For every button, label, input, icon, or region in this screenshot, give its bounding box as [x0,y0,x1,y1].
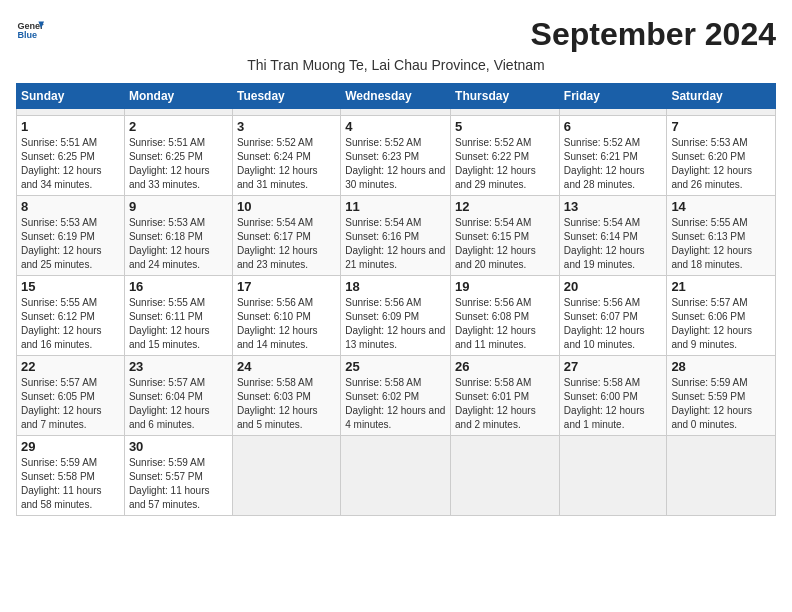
day-cell-1: 1Sunrise: 5:51 AMSunset: 6:25 PMDaylight… [17,116,125,196]
day-cell-14: 14Sunrise: 5:55 AMSunset: 6:13 PMDayligh… [667,196,776,276]
column-header-wednesday: Wednesday [341,84,451,109]
day-number: 16 [129,279,228,294]
day-cell-27: 27Sunrise: 5:58 AMSunset: 6:00 PMDayligh… [559,356,667,436]
day-info: Sunrise: 5:58 AMSunset: 6:01 PMDaylight:… [455,376,555,432]
day-number: 29 [21,439,120,454]
day-number: 1 [21,119,120,134]
day-number: 6 [564,119,663,134]
day-info: Sunrise: 5:54 AMSunset: 6:17 PMDaylight:… [237,216,336,272]
day-info: Sunrise: 5:53 AMSunset: 6:18 PMDaylight:… [129,216,228,272]
day-number: 19 [455,279,555,294]
day-number: 23 [129,359,228,374]
empty-cell [17,109,125,116]
column-header-friday: Friday [559,84,667,109]
column-header-tuesday: Tuesday [232,84,340,109]
subtitle: Thi Tran Muong Te, Lai Chau Province, Vi… [16,57,776,73]
day-number: 17 [237,279,336,294]
day-cell-16: 16Sunrise: 5:55 AMSunset: 6:11 PMDayligh… [124,276,232,356]
day-number: 28 [671,359,771,374]
day-cell-26: 26Sunrise: 5:58 AMSunset: 6:01 PMDayligh… [451,356,560,436]
empty-cell [232,109,340,116]
day-cell-28: 28Sunrise: 5:59 AMSunset: 5:59 PMDayligh… [667,356,776,436]
day-number: 24 [237,359,336,374]
day-cell-29: 29Sunrise: 5:59 AMSunset: 5:58 PMDayligh… [17,436,125,516]
day-info: Sunrise: 5:55 AMSunset: 6:11 PMDaylight:… [129,296,228,352]
day-info: Sunrise: 5:53 AMSunset: 6:19 PMDaylight:… [21,216,120,272]
day-cell-4: 4Sunrise: 5:52 AMSunset: 6:23 PMDaylight… [341,116,451,196]
day-number: 14 [671,199,771,214]
day-cell-13: 13Sunrise: 5:54 AMSunset: 6:14 PMDayligh… [559,196,667,276]
day-info: Sunrise: 5:54 AMSunset: 6:15 PMDaylight:… [455,216,555,272]
day-info: Sunrise: 5:59 AMSunset: 5:58 PMDaylight:… [21,456,120,512]
day-info: Sunrise: 5:57 AMSunset: 6:04 PMDaylight:… [129,376,228,432]
day-cell-24: 24Sunrise: 5:58 AMSunset: 6:03 PMDayligh… [232,356,340,436]
empty-cell [559,436,667,516]
day-info: Sunrise: 5:57 AMSunset: 6:05 PMDaylight:… [21,376,120,432]
day-cell-18: 18Sunrise: 5:56 AMSunset: 6:09 PMDayligh… [341,276,451,356]
column-header-monday: Monday [124,84,232,109]
day-cell-9: 9Sunrise: 5:53 AMSunset: 6:18 PMDaylight… [124,196,232,276]
day-cell-5: 5Sunrise: 5:52 AMSunset: 6:22 PMDaylight… [451,116,560,196]
day-cell-20: 20Sunrise: 5:56 AMSunset: 6:07 PMDayligh… [559,276,667,356]
day-cell-10: 10Sunrise: 5:54 AMSunset: 6:17 PMDayligh… [232,196,340,276]
day-info: Sunrise: 5:51 AMSunset: 6:25 PMDaylight:… [129,136,228,192]
month-title: September 2024 [531,16,776,53]
day-info: Sunrise: 5:58 AMSunset: 6:03 PMDaylight:… [237,376,336,432]
day-info: Sunrise: 5:58 AMSunset: 6:02 PMDaylight:… [345,376,446,432]
day-cell-30: 30Sunrise: 5:59 AMSunset: 5:57 PMDayligh… [124,436,232,516]
day-number: 21 [671,279,771,294]
svg-text:Blue: Blue [17,30,37,40]
day-info: Sunrise: 5:56 AMSunset: 6:07 PMDaylight:… [564,296,663,352]
day-info: Sunrise: 5:52 AMSunset: 6:21 PMDaylight:… [564,136,663,192]
day-number: 20 [564,279,663,294]
day-number: 13 [564,199,663,214]
day-cell-25: 25Sunrise: 5:58 AMSunset: 6:02 PMDayligh… [341,356,451,436]
day-cell-21: 21Sunrise: 5:57 AMSunset: 6:06 PMDayligh… [667,276,776,356]
day-cell-2: 2Sunrise: 5:51 AMSunset: 6:25 PMDaylight… [124,116,232,196]
day-cell-17: 17Sunrise: 5:56 AMSunset: 6:10 PMDayligh… [232,276,340,356]
empty-cell [559,109,667,116]
day-number: 7 [671,119,771,134]
day-cell-23: 23Sunrise: 5:57 AMSunset: 6:04 PMDayligh… [124,356,232,436]
day-info: Sunrise: 5:59 AMSunset: 5:59 PMDaylight:… [671,376,771,432]
day-cell-7: 7Sunrise: 5:53 AMSunset: 6:20 PMDaylight… [667,116,776,196]
empty-cell [232,436,340,516]
day-number: 15 [21,279,120,294]
day-cell-22: 22Sunrise: 5:57 AMSunset: 6:05 PMDayligh… [17,356,125,436]
empty-cell [451,436,560,516]
empty-cell [667,436,776,516]
day-cell-6: 6Sunrise: 5:52 AMSunset: 6:21 PMDaylight… [559,116,667,196]
column-header-thursday: Thursday [451,84,560,109]
empty-cell [124,109,232,116]
day-info: Sunrise: 5:58 AMSunset: 6:00 PMDaylight:… [564,376,663,432]
day-info: Sunrise: 5:56 AMSunset: 6:10 PMDaylight:… [237,296,336,352]
empty-cell [667,109,776,116]
day-info: Sunrise: 5:52 AMSunset: 6:22 PMDaylight:… [455,136,555,192]
day-number: 4 [345,119,446,134]
logo: General Blue [16,16,48,44]
day-info: Sunrise: 5:52 AMSunset: 6:23 PMDaylight:… [345,136,446,192]
day-info: Sunrise: 5:56 AMSunset: 6:08 PMDaylight:… [455,296,555,352]
empty-cell [341,109,451,116]
day-info: Sunrise: 5:52 AMSunset: 6:24 PMDaylight:… [237,136,336,192]
day-info: Sunrise: 5:56 AMSunset: 6:09 PMDaylight:… [345,296,446,352]
day-number: 30 [129,439,228,454]
day-info: Sunrise: 5:51 AMSunset: 6:25 PMDaylight:… [21,136,120,192]
day-info: Sunrise: 5:55 AMSunset: 6:13 PMDaylight:… [671,216,771,272]
day-info: Sunrise: 5:59 AMSunset: 5:57 PMDaylight:… [129,456,228,512]
day-cell-3: 3Sunrise: 5:52 AMSunset: 6:24 PMDaylight… [232,116,340,196]
day-info: Sunrise: 5:55 AMSunset: 6:12 PMDaylight:… [21,296,120,352]
day-info: Sunrise: 5:54 AMSunset: 6:16 PMDaylight:… [345,216,446,272]
day-number: 9 [129,199,228,214]
day-number: 8 [21,199,120,214]
day-cell-12: 12Sunrise: 5:54 AMSunset: 6:15 PMDayligh… [451,196,560,276]
day-number: 2 [129,119,228,134]
empty-cell [451,109,560,116]
day-number: 22 [21,359,120,374]
day-number: 5 [455,119,555,134]
day-number: 25 [345,359,446,374]
day-cell-8: 8Sunrise: 5:53 AMSunset: 6:19 PMDaylight… [17,196,125,276]
day-number: 12 [455,199,555,214]
column-header-sunday: Sunday [17,84,125,109]
day-number: 27 [564,359,663,374]
